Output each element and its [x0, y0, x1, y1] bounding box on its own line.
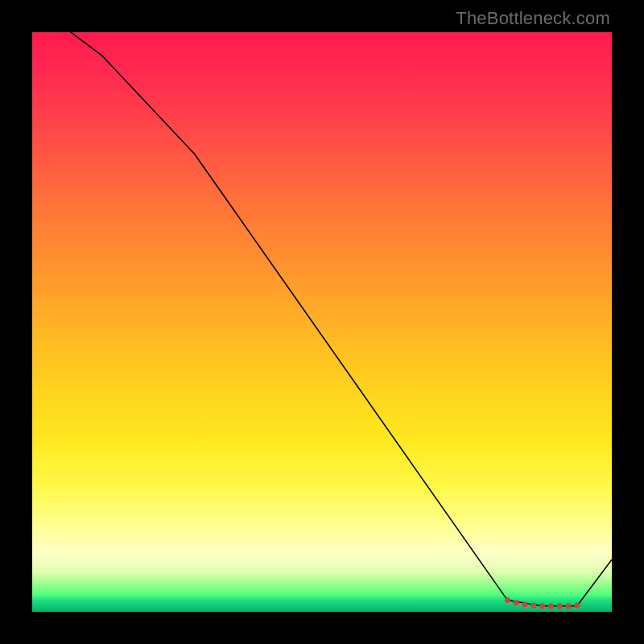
plot-background	[32, 32, 612, 612]
chart-container: { "watermark": "TheBottleneck.com", "cha…	[0, 0, 644, 644]
watermark-text: TheBottleneck.com	[456, 8, 610, 29]
